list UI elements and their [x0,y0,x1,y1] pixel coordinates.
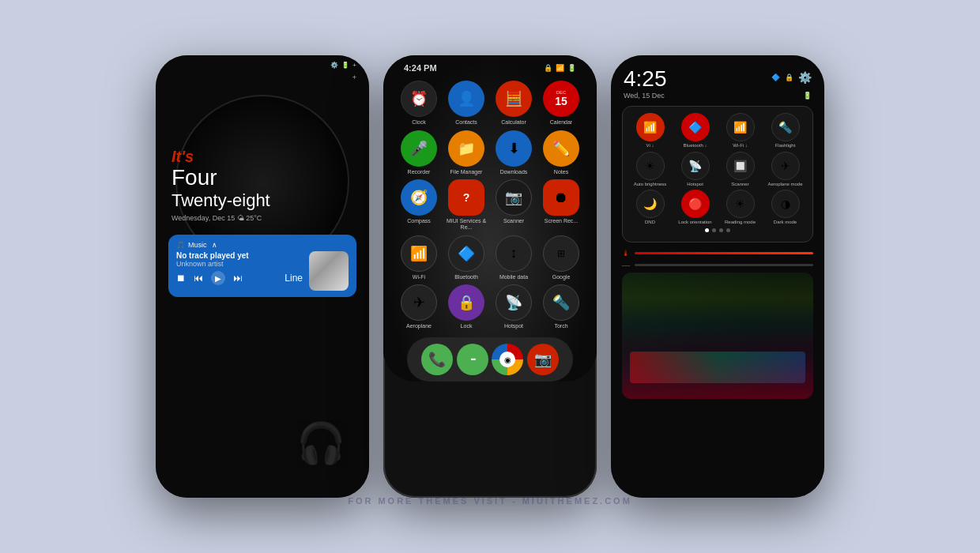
app-bluetooth[interactable]: 🔷 Bluetooth [445,235,488,280]
toggle-bluetooth-icon: 🔷 [681,113,710,141]
app-torch[interactable]: 🔦 Torch [540,284,582,329]
phone2-content: 4:24 PM 🔒 📶 🔋 ⏰ Clock 👤 Con [383,55,597,382]
app-compass[interactable]: 🧭 Compass [398,179,440,230]
phone3-media-section: 🌡 — [622,249,813,399]
phone1-content: It's Four Twenty-eight Wednesday, Dec 15… [156,81,369,222]
app-calculator[interactable]: 🧮 Calculator [492,81,535,126]
notes-icon: ✏️ [543,130,579,167]
toggle-aeroplane-label: Aeroplane mode [767,182,802,187]
app-clock[interactable]: ⏰ Clock [398,81,440,126]
phone1-music-note-icon: 🎵 [176,241,185,249]
toggle-hotspot-label: Hotspot [687,182,703,187]
toggle-aeroplane-icon: ✈ [771,152,800,180]
phone3-status-icons: 🔷 🔒 ⚙️ [771,66,812,84]
dock-chrome-icon[interactable]: ◉ [492,344,523,375]
toggle-bluetooth[interactable]: 🔷 Bluetooth ↓ [674,113,716,149]
toggle-readingmode-icon: ☀ [726,190,755,218]
app-google[interactable]: ⊞ Google [540,235,582,280]
toggle-flashlight-label: Flashlight [775,143,796,149]
phone1-music-widget[interactable]: 🎵 Music ∧ No track played yet Unknown ar… [168,235,356,297]
google-label: Google [552,274,571,280]
phone3-gear-icon[interactable]: ⚙️ [798,71,812,84]
app-miui[interactable]: ? MIUI Services & Re... [445,179,488,230]
app-aeroplane[interactable]: ✈ Aeroplane [398,284,440,329]
phone1-track-artist: Unknown artist [176,260,303,268]
page-dot-4 [726,228,730,232]
toggle-wifi-label: Wi-Fi ↓ [733,143,748,149]
miui-label: MIUI Services & Re... [445,218,488,230]
phone-3: 4:25 🔷 🔒 ⚙️ Wed, 15 Dec 🔋 [611,55,824,498]
phone3-right-status: 🔋 [803,92,812,100]
wifi-label: Wi-Fi [413,274,425,280]
brightness-track[interactable] [635,252,813,254]
clock-label: Clock [412,119,426,126]
app-recorder[interactable]: 🎤 Recorder [398,130,440,175]
phone2-time: 4:24 PM [404,63,437,73]
toggle-readingmode[interactable]: ☀ Reading mode [719,190,761,225]
toggle-vi[interactable]: 📶 Vi ↓ [629,113,671,149]
lock-icon: 🔒 [448,284,484,321]
downloads-icon: ⬇ [496,130,532,167]
toggle-bluetooth-label: Bluetooth ↓ [683,143,707,149]
toggle-autobrightness[interactable]: ☀ Auto brightness [629,152,671,187]
aeroplane-label: Aeroplane [406,323,432,329]
phone1-date: Wednesday, Dec 15 🌤 25°C [172,214,353,222]
toggle-wifi[interactable]: 📶 Wi-Fi ↓ [719,113,761,149]
phone3-battery-icon: 🔋 [803,92,812,100]
page-dot-1 [705,228,709,232]
dock-camera-icon[interactable]: 📷 [527,344,559,375]
app-notes[interactable]: ✏️ Notes [540,130,582,175]
app-filemanager[interactable]: 📁 File Manager [445,130,488,175]
toggle-darkmode[interactable]: ◑ Dark mode [764,190,806,225]
phone3-toggle-row-1: 📶 Vi ↓ 🔷 Bluetooth ↓ 📶 Wi-Fi ↓ 🔦 [629,113,806,149]
toggle-readingmode-label: Reading mode [725,220,756,225]
app-lock[interactable]: 🔒 Lock [445,284,488,329]
phone1-music-controls: ⏹ ⏮ ▶ ⏭ Line [176,271,303,285]
toggle-scanner[interactable]: 🔲 Scanner [719,152,761,187]
page-dot-2 [712,228,716,232]
toggle-lockorientation[interactable]: 🔴 Lock orientation [674,190,716,225]
bluetooth-label: Bluetooth [454,274,478,280]
toggle-dnd[interactable]: 🌙 DND [629,190,671,225]
phone3-clock: 4:25 [624,66,667,92]
phone1-prev-icon[interactable]: ⏮ [194,273,203,284]
phone3-lock-icon: 🔒 [785,73,793,81]
app-scanner[interactable]: 📷 Scanner [492,179,535,230]
phone1-line-button[interactable]: Line [285,273,303,284]
brightness-sun-icon: 🌡 [622,249,630,258]
phone1-album-art [309,251,349,291]
phone1-stop-icon[interactable]: ⏹ [176,273,186,284]
phone2-status-bar: 4:24 PM 🔒 📶 🔋 [391,55,589,77]
calculator-icon: 🧮 [496,81,532,117]
phone3-bluetooth-icon: 🔷 [771,73,780,81]
miui-icon: ? [448,179,484,216]
volume-track[interactable] [635,264,813,266]
phone1-music-expand-icon: ∧ [212,241,217,249]
clock-icon: ⏰ [401,81,437,117]
app-hotspot[interactable]: 📡 Hotspot [492,284,535,329]
phone1-headphone-decoration: 🎧 [296,420,345,466]
app-calendar[interactable]: DEC 15 Calendar [540,81,582,126]
phone3-date: Wed, 15 Dec [624,92,665,100]
app-downloads[interactable]: ⬇ Downloads [492,130,535,175]
toggle-flashlight[interactable]: 🔦 Flashlight [764,113,806,149]
phone-1-screen: ⚙️ 🔋 + + It's Four Twenty-eight Wednesda… [156,55,369,498]
volume-icon: — [622,261,630,269]
app-screenrec[interactable]: ⏺ Screen Rec... [540,179,582,230]
toggle-autobrightness-icon: ☀ [636,152,665,180]
phone2-app-grid: ⏰ Clock 👤 Contacts 🧮 Calculator DEC [391,77,589,333]
google-icon: ⊞ [543,235,579,272]
toggle-hotspot[interactable]: 📡 Hotspot [674,152,716,187]
dock-phone-icon[interactable]: 📞 [421,344,453,375]
phone1-next-icon[interactable]: ⏭ [233,273,243,284]
dock-messages-icon[interactable]: ··· [457,344,488,375]
app-contacts[interactable]: 👤 Contacts [445,81,488,126]
toggle-dnd-label: DND [645,220,655,225]
toggle-aeroplane[interactable]: ✈ Aeroplane mode [764,152,806,187]
phone-3-screen: 4:25 🔷 🔒 ⚙️ Wed, 15 Dec 🔋 [611,55,824,498]
phone3-time: 4:25 [624,66,667,92]
toggle-vi-icon: 📶 [636,113,665,141]
phone1-play-icon[interactable]: ▶ [211,271,225,285]
app-mobiledata[interactable]: ↕ Mobile data [492,235,535,280]
app-wifi[interactable]: 📶 Wi-Fi [398,235,440,280]
